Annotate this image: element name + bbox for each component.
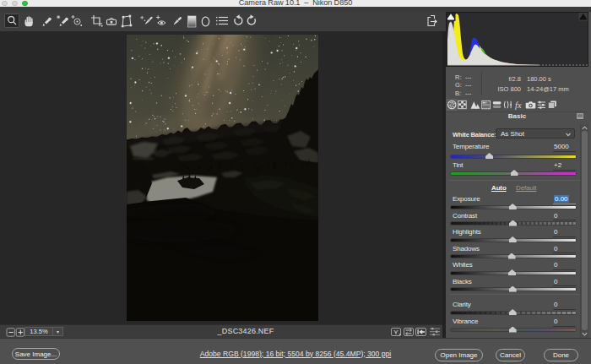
svg-text:fx: fx	[515, 101, 522, 110]
svg-text:Y: Y	[393, 329, 399, 336]
